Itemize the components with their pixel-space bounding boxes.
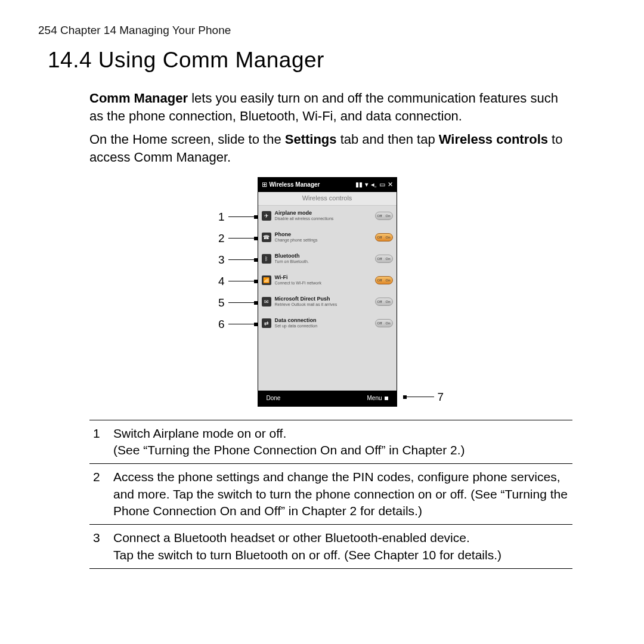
toggle-data[interactable]: OffOn (375, 319, 393, 327)
callout-line (228, 216, 256, 217)
item-title: Data connection (275, 318, 375, 324)
toggle-direct-push[interactable]: OffOn (375, 298, 393, 306)
callout-1: 1 (215, 206, 258, 228)
item-desc: Change phone settings (275, 238, 375, 243)
callout-num-4: 4 (215, 274, 225, 289)
body-text: Comm Manager lets you easily turn on and… (89, 89, 572, 569)
callout-7: 7 (403, 389, 447, 405)
callouts-right: 7 (403, 177, 447, 407)
status-bar: ⊞ Wireless Manager ▮▮ ▾ ◂꜀ ▭ ✕ (258, 178, 397, 192)
toggle-off-label: Off (377, 235, 382, 240)
callout-6: 6 (215, 314, 258, 335)
toggle-on-label: On (385, 321, 390, 326)
callout-num-1: 1 (215, 209, 225, 225)
item-desc: Set up data connection (275, 324, 375, 329)
toggle-off-label: Off (377, 213, 382, 218)
callout-4: 4 (215, 271, 258, 292)
softkey-menu[interactable]: Menu (367, 394, 382, 402)
callout-5: 5 (215, 292, 258, 314)
status-title: Wireless Manager (270, 181, 320, 189)
intro-para-1: Comm Manager lets you easily turn on and… (89, 89, 572, 125)
toggle-wifi[interactable]: OffOn (375, 276, 393, 284)
intro-para-2: On the Home screen, slide to the Setting… (89, 131, 572, 166)
mail-sync-icon: ✉ (262, 297, 271, 306)
running-header: 254 Chapter 14 Managing Your Phone (38, 24, 608, 37)
callout-num-7: 7 (438, 389, 447, 405)
item-desc: Disable all wireless connections (275, 216, 375, 221)
callout-line (228, 302, 256, 303)
intro-2a: On the Home screen, slide to the (89, 132, 285, 147)
callout-line (228, 281, 256, 281)
list-item-data[interactable]: ⇄ Data connectionSet up data connection … (258, 313, 397, 335)
list-item-phone[interactable]: ☎ PhoneChange phone settings OffOn (258, 227, 397, 249)
toggle-airplane[interactable]: OffOn (375, 212, 393, 220)
item-title: Wi-Fi (275, 275, 375, 281)
term-wireless-controls: Wireless controls (439, 132, 548, 147)
airplane-icon: ✈ (262, 211, 271, 221)
callout-num-5: 5 (215, 295, 225, 311)
toggle-off-label: Off (377, 299, 382, 304)
legend-text: Switch Airplane mode on or off. (See “Tu… (113, 425, 569, 459)
legend-text: Access the phone settings and change the… (113, 469, 569, 519)
item-title: Airplane mode (275, 210, 375, 216)
list-item-airplane[interactable]: ✈ Airplane modeDisable all wireless conn… (258, 206, 397, 227)
toggle-phone[interactable]: OffOn (375, 233, 393, 242)
toggle-off-label: Off (377, 278, 382, 283)
legend-table: 1 Switch Airplane mode on or off. (See “… (89, 420, 572, 569)
item-desc: Turn on Bluetooth. (275, 259, 375, 264)
windows-flag-icon: ⊞ (262, 181, 267, 188)
callout-3: 3 (215, 249, 258, 271)
term-comm-manager: Comm Manager (89, 91, 188, 106)
legend-row: 2 Access the phone settings and change t… (89, 464, 572, 525)
signal-icon: ▮▮ (355, 181, 363, 188)
figure: 1 2 3 4 5 6 ⊞ Wireless Manager (89, 177, 572, 407)
callout-num-2: 2 (215, 231, 225, 246)
list-item-direct-push[interactable]: ✉ Microsoft Direct PushRetrieve Outlook … (258, 292, 397, 313)
callouts-left: 1 2 3 4 5 6 (215, 177, 258, 407)
toggle-on-label: On (385, 235, 390, 240)
callout-line (228, 259, 256, 260)
item-desc: Retrieve Outlook mail as it arrives (275, 302, 375, 307)
intro-2c: tab and then tap (337, 132, 439, 147)
toggle-on-label: On (385, 256, 390, 261)
item-title: Bluetooth (275, 253, 375, 259)
screen-blank-area (258, 335, 397, 391)
list-item-bluetooth[interactable]: ᛒ BluetoothTurn on Bluetooth. OffOn (258, 249, 397, 270)
data-connection-icon: ⇄ (262, 318, 271, 328)
callout-num-6: 6 (215, 317, 225, 332)
bluetooth-icon: ᛒ (262, 254, 271, 264)
screen-subhead: Wireless controls (258, 192, 397, 206)
legend-num: 3 (93, 530, 113, 564)
callout-num-3: 3 (215, 252, 225, 268)
softkey-bar: Done Menu (258, 391, 397, 406)
toggle-off-label: Off (377, 321, 382, 326)
legend-num: 1 (93, 425, 113, 459)
item-desc: Connect to Wi-Fi network (275, 281, 375, 286)
legend-num: 2 (93, 469, 113, 519)
toggle-on-label: On (385, 213, 390, 218)
callout-line (228, 324, 256, 324)
close-icon[interactable]: ✕ (388, 181, 393, 188)
item-title: Phone (275, 232, 375, 238)
wifi-icon: 📶 (262, 275, 271, 285)
legend-row: 1 Switch Airplane mode on or off. (See “… (89, 420, 572, 465)
speaker-icon: ◂꜀ (371, 181, 377, 188)
callout-2: 2 (215, 228, 258, 249)
item-title: Microsoft Direct Push (275, 296, 375, 302)
section-title: 14.4 Using Comm Manager (48, 48, 608, 73)
term-settings: Settings (285, 132, 337, 147)
menu-marker-icon (385, 397, 388, 400)
toggle-on-label: On (385, 278, 390, 283)
phone-icon: ☎ (262, 233, 271, 242)
list-item-wifi[interactable]: 📶 Wi-FiConnect to Wi-Fi network OffOn (258, 270, 397, 292)
wireless-list: ✈ Airplane modeDisable all wireless conn… (258, 206, 397, 335)
toggle-bluetooth[interactable]: OffOn (375, 255, 393, 263)
toggle-on-label: On (385, 299, 390, 304)
callout-line (407, 397, 434, 397)
callout-line (228, 238, 256, 239)
legend-row: 3 Connect a Bluetooth headset or other B… (89, 525, 572, 569)
phone-screenshot: ⊞ Wireless Manager ▮▮ ▾ ◂꜀ ▭ ✕ Wireless … (258, 177, 397, 407)
signal-bars-icon: ▾ (365, 181, 369, 188)
toggle-off-label: Off (377, 256, 382, 261)
softkey-done[interactable]: Done (267, 394, 281, 402)
